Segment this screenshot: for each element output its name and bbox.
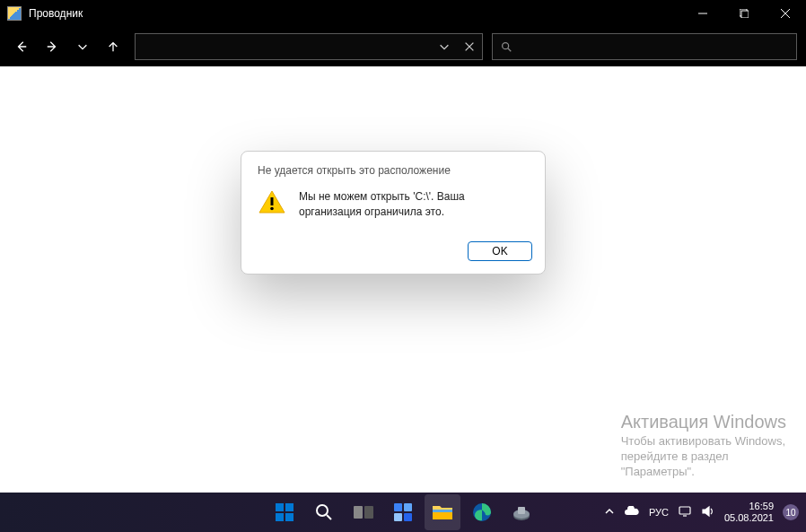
search-bar[interactable]: [492, 33, 797, 60]
maximize-button[interactable]: [723, 0, 765, 27]
tray-chevron-icon[interactable]: [604, 506, 615, 519]
svg-point-5: [503, 43, 509, 49]
system-tray: РУС 16:59 05.08.2021 10: [604, 501, 799, 524]
language-indicator[interactable]: РУС: [649, 507, 669, 518]
taskbar: РУС 16:59 05.08.2021 10: [0, 493, 806, 532]
clock-date: 05.08.2021: [724, 512, 774, 524]
recent-dropdown[interactable]: [70, 34, 95, 59]
clock-time: 16:59: [724, 501, 774, 512]
svg-rect-19: [394, 513, 402, 521]
error-dialog: Не удается открыть это расположение Мы н…: [241, 151, 546, 275]
svg-rect-2: [741, 11, 749, 18]
warning-icon: [258, 189, 286, 214]
svg-point-13: [317, 505, 328, 516]
task-view-icon[interactable]: [346, 494, 381, 530]
watermark-line2: перейдите в раздел: [621, 449, 786, 465]
svg-rect-26: [518, 507, 525, 514]
minimize-button[interactable]: [682, 0, 723, 27]
up-button[interactable]: [101, 34, 126, 59]
forward-button[interactable]: [39, 34, 65, 59]
taskbar-search-icon[interactable]: [306, 494, 342, 530]
address-bar[interactable]: [135, 33, 483, 60]
close-button[interactable]: [765, 0, 806, 27]
content-area: Не удается открыть это расположение Мы н…: [0, 66, 806, 493]
svg-rect-15: [354, 506, 363, 519]
svg-rect-12: [285, 513, 293, 521]
back-button[interactable]: [9, 34, 34, 59]
refresh-close-icon[interactable]: [457, 34, 482, 59]
watermark-line1: Чтобы активировать Windows,: [621, 434, 786, 449]
address-dropdown-icon[interactable]: [432, 34, 457, 59]
svg-line-14: [327, 515, 331, 519]
address-input[interactable]: [136, 40, 432, 53]
taskbar-explorer-icon[interactable]: [425, 494, 460, 530]
svg-rect-9: [276, 503, 284, 511]
search-icon: [493, 34, 520, 59]
svg-rect-27: [679, 507, 690, 514]
navbar: [0, 27, 806, 66]
widgets-icon[interactable]: [385, 494, 421, 530]
taskbar-edge-icon[interactable]: [464, 494, 500, 530]
watermark-title: Активация Windows: [621, 412, 786, 432]
notification-badge[interactable]: 10: [783, 504, 799, 520]
svg-rect-7: [271, 197, 274, 205]
clock[interactable]: 16:59 05.08.2021: [724, 501, 774, 524]
ok-button[interactable]: OK: [468, 241, 532, 261]
svg-line-6: [508, 48, 512, 52]
onedrive-icon[interactable]: [624, 506, 640, 519]
svg-rect-18: [404, 503, 412, 511]
svg-rect-11: [276, 513, 284, 521]
start-button[interactable]: [267, 494, 302, 530]
svg-rect-16: [364, 506, 373, 519]
titlebar: Проводник: [0, 0, 806, 27]
svg-point-8: [270, 207, 274, 211]
dialog-message: Мы не можем открыть 'C:\'. Ваша организа…: [299, 189, 529, 220]
taskbar-center: [267, 494, 539, 530]
activation-watermark: Активация Windows Чтобы активировать Win…: [621, 412, 786, 480]
window-title: Проводник: [29, 7, 682, 20]
svg-rect-20: [404, 513, 412, 521]
svg-rect-10: [285, 503, 293, 511]
watermark-line3: "Параметры".: [621, 465, 786, 480]
taskbar-app-icon[interactable]: [504, 494, 539, 530]
search-input[interactable]: [520, 40, 796, 53]
volume-icon[interactable]: [701, 505, 715, 519]
network-icon[interactable]: [678, 505, 692, 519]
svg-rect-22: [433, 510, 452, 512]
dialog-title: Не удается открыть это расположение: [241, 152, 545, 186]
svg-rect-17: [394, 503, 402, 511]
window-controls: [682, 0, 806, 27]
explorer-icon: [7, 6, 22, 21]
